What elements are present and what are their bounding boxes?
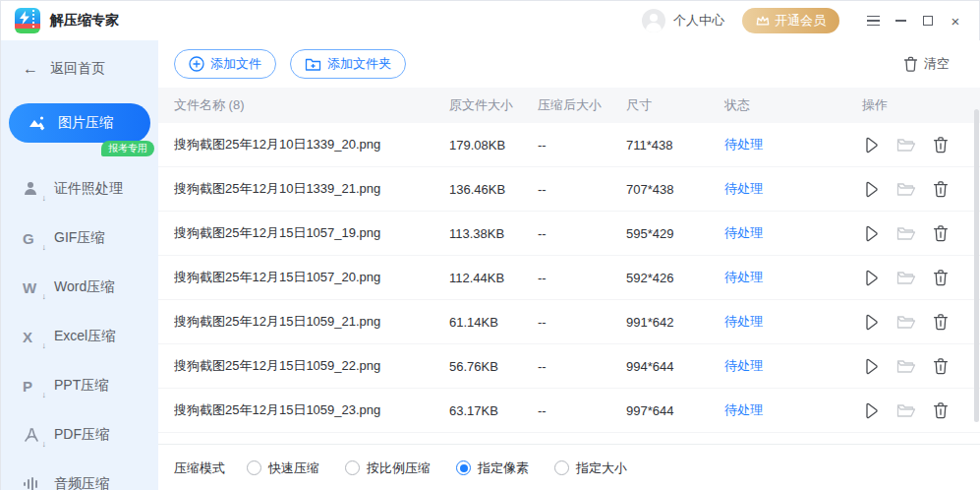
clear-button[interactable]: 清空 <box>903 55 950 73</box>
play-icon[interactable] <box>862 269 880 287</box>
open-folder-icon[interactable] <box>896 225 916 242</box>
play-icon[interactable] <box>862 401 880 420</box>
status-badge: 待处理 <box>724 357 862 375</box>
open-vip-button[interactable]: 开通会员 <box>742 8 839 33</box>
compressed-size: -- <box>538 403 626 418</box>
status-badge: 待处理 <box>724 401 862 419</box>
play-icon[interactable] <box>862 224 880 243</box>
back-home-button[interactable]: ← 返回首页 <box>1 40 158 78</box>
sidebar-item-label: PDF压缩 <box>54 426 109 444</box>
add-folder-label: 添加文件夹 <box>327 55 391 73</box>
open-folder-icon[interactable] <box>896 137 916 153</box>
original-size: 63.17KB <box>449 403 538 418</box>
main-area: 添加文件 添加文件夹 清空 文件名称 (8) 原文件大小 压缩后大小 尺寸 <box>158 40 980 490</box>
open-vip-label: 开通会员 <box>775 12 826 30</box>
table-row[interactable]: 搜狗截图25年12月15日1059_23.png 63.17KB -- 997*… <box>158 389 980 433</box>
pdf-compress-icon: ↓ <box>23 425 44 445</box>
open-folder-icon[interactable] <box>896 358 916 375</box>
sidebar-item-label: 证件照处理 <box>54 180 123 198</box>
minimize-button[interactable] <box>887 7 914 34</box>
header-compressed-size: 压缩后大小 <box>538 96 626 114</box>
sidebar-item-label: 音频压缩 <box>54 475 109 490</box>
delete-icon[interactable] <box>933 224 949 242</box>
back-home-label: 返回首页 <box>50 60 105 78</box>
add-folder-icon <box>305 57 321 72</box>
compress-mode-bar: 压缩模式 快速压缩 按比例压缩 指定像素 <box>158 444 980 490</box>
sidebar-item-image-compress[interactable]: 图片压缩 报考专用 <box>9 103 150 143</box>
sidebar-item-id-photo[interactable]: ↓ 证件照处理 <box>1 164 158 214</box>
play-icon[interactable] <box>862 180 880 199</box>
compressed-size: -- <box>538 271 626 285</box>
table-row[interactable]: 搜狗截图25年12月15日1057_19.png 113.38KB -- 595… <box>158 212 980 256</box>
delete-icon[interactable] <box>933 401 949 419</box>
delete-icon[interactable] <box>933 357 949 375</box>
status-badge: 待处理 <box>724 313 862 331</box>
add-folder-button[interactable]: 添加文件夹 <box>290 49 406 79</box>
trash-icon <box>903 56 918 72</box>
compressed-size: -- <box>538 359 626 374</box>
titlebar: 解压缩专家 个人中心 开通会员 × <box>1 1 979 40</box>
mode-radio[interactable]: 指定大小 <box>554 459 627 477</box>
close-button[interactable]: × <box>942 7 969 34</box>
delete-icon[interactable] <box>933 269 949 286</box>
maximize-button[interactable] <box>914 7 942 34</box>
file-name: 搜狗截图25年12月15日1057_19.png <box>174 224 449 242</box>
open-folder-icon[interactable] <box>896 402 916 419</box>
back-arrow-icon: ← <box>23 60 38 78</box>
dimensions: 997*644 <box>626 403 724 418</box>
delete-icon[interactable] <box>933 180 949 198</box>
play-icon[interactable] <box>862 313 880 332</box>
play-icon[interactable] <box>862 136 880 154</box>
compressed-size: -- <box>538 226 626 241</box>
open-folder-icon[interactable] <box>896 181 916 198</box>
toolbar: 添加文件 添加文件夹 清空 <box>158 40 980 88</box>
table-row[interactable]: 搜狗截图25年12月15日1059_21.png 61.14KB -- 991*… <box>158 300 980 344</box>
delete-icon[interactable] <box>933 136 949 153</box>
user-center-link[interactable]: 个人中心 <box>673 12 724 30</box>
file-name: 搜狗截图25年12月15日1059_22.png <box>174 357 449 375</box>
open-folder-icon[interactable] <box>896 270 916 286</box>
mode-radio[interactable]: 快速压缩 <box>247 459 319 477</box>
header-original-size: 原文件大小 <box>449 96 538 114</box>
sidebar-item-excel-compress[interactable]: X↓ Excel压缩 <box>1 312 158 361</box>
compressed-size: -- <box>538 182 626 197</box>
play-icon[interactable] <box>862 357 880 376</box>
vertical-scrollbar[interactable] <box>974 109 979 422</box>
clear-label: 清空 <box>924 55 950 73</box>
table-row[interactable]: 搜狗截图25年12月15日1059_22.png 56.76KB -- 994*… <box>158 344 980 389</box>
radio-icon <box>345 460 360 475</box>
open-folder-icon[interactable] <box>896 314 916 331</box>
radio-icon <box>554 460 569 475</box>
add-file-button[interactable]: 添加文件 <box>174 49 276 79</box>
audio-compress-icon: ↓ <box>23 474 44 490</box>
header-operations: 操作 <box>862 96 980 114</box>
table-row[interactable]: 搜狗截图25年12月10日1339_20.png 179.08KB -- 711… <box>158 123 980 167</box>
sidebar-item-pdf-compress[interactable]: ↓ PDF压缩 <box>1 410 158 459</box>
mode-options: 快速压缩 按比例压缩 指定像素 指定大小 <box>247 459 653 477</box>
sidebar-item-label: Word压缩 <box>54 278 114 296</box>
sidebar-item-label: PPT压缩 <box>54 377 108 395</box>
mode-radio[interactable]: 按比例压缩 <box>345 459 431 477</box>
compressed-size: -- <box>538 138 626 153</box>
sidebar-item-label: 图片压缩 <box>58 114 113 132</box>
sidebar-item-ppt-compress[interactable]: P↓ PPT压缩 <box>1 361 158 410</box>
word-compress-icon: W↓ <box>23 277 44 297</box>
radio-icon <box>247 460 261 475</box>
menu-icon[interactable] <box>859 7 887 34</box>
exam-badge: 报考专用 <box>101 141 154 156</box>
user-avatar[interactable] <box>642 9 665 32</box>
crown-icon <box>756 15 770 27</box>
radio-icon <box>456 460 471 475</box>
dimensions: 991*642 <box>626 315 724 330</box>
table-row[interactable]: 搜狗截图25年12月15日1057_20.png 112.44KB -- 592… <box>158 256 980 300</box>
sidebar-item-audio-compress[interactable]: ↓ 音频压缩 <box>1 459 158 490</box>
sidebar-item-word-compress[interactable]: W↓ Word压缩 <box>1 263 158 312</box>
mode-radio[interactable]: 指定像素 <box>456 459 529 477</box>
status-badge: 待处理 <box>724 224 862 242</box>
delete-icon[interactable] <box>933 313 949 331</box>
sidebar-item-gif-compress[interactable]: G↓ GIF压缩 <box>1 214 158 263</box>
table-row[interactable]: 搜狗截图25年12月10日1339_21.png 136.46KB -- 707… <box>158 167 980 212</box>
file-name: 搜狗截图25年12月10日1339_21.png <box>174 180 449 198</box>
original-size: 179.08KB <box>449 138 538 153</box>
add-file-label: 添加文件 <box>210 55 261 73</box>
